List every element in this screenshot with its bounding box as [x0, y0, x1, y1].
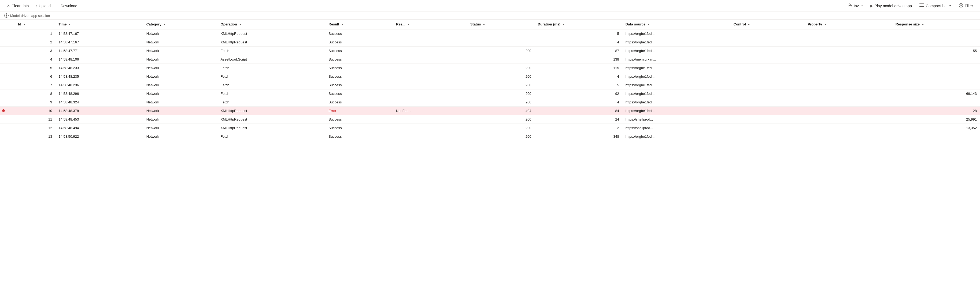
col-header-res[interactable]: Res...	[393, 19, 467, 29]
table-row[interactable]: 914:58:48.324NetworkFetchSuccess2004http…	[0, 98, 980, 106]
cell-control	[730, 124, 805, 132]
toolbar: ✕ Clear data ↑ Upload ↓ Download Invite …	[0, 0, 980, 12]
download-icon: ↓	[57, 4, 59, 8]
cell-operation: Fetch	[218, 72, 326, 81]
cell-control	[730, 72, 805, 81]
clear-data-button[interactable]: ✕ Clear data	[4, 2, 32, 10]
cell-control	[730, 38, 805, 47]
col-header-result[interactable]: Result	[325, 19, 393, 29]
cell-id: 8	[15, 89, 55, 98]
cell-time: 14:58:47.771	[55, 47, 143, 55]
cell-result: Success	[325, 55, 393, 64]
table-row[interactable]: 514:58:48.233NetworkFetchSuccess200115ht…	[0, 64, 980, 72]
svg-rect-3	[920, 6, 924, 7]
play-model-button[interactable]: ▶ Play model-driven app	[868, 2, 915, 10]
table-body: 114:58:47.167NetworkXMLHttpRequestSucces…	[0, 29, 980, 141]
table-row[interactable]: 814:58:48.296NetworkFetchSuccess20092htt…	[0, 89, 980, 98]
table-row[interactable]: 1314:58:50.922NetworkFetchSuccess200348h…	[0, 132, 980, 141]
table-row[interactable]: 314:58:47.771NetworkFetchSuccess20087htt…	[0, 47, 980, 55]
cell-operation: XMLHttpRequest	[218, 29, 326, 38]
cell-operation: XMLHttpRequest	[218, 38, 326, 47]
cell-status: 200	[467, 81, 535, 89]
cell-res	[393, 98, 467, 106]
table-header-row: Id Time Category Operation Result	[0, 19, 980, 29]
cell-datasource: https://orgbe1fed...	[622, 89, 730, 98]
cell-id: 2	[15, 38, 55, 47]
row-error-marker-cell	[0, 72, 15, 81]
col-control-sort-icon	[748, 24, 750, 25]
col-header-control-label: Control	[733, 22, 746, 26]
cell-datasource: https://orgbe1fed...	[622, 29, 730, 38]
table-row[interactable]: 114:58:47.167NetworkXMLHttpRequestSucces…	[0, 29, 980, 38]
cell-status: 200	[467, 89, 535, 98]
cell-res: Not Fou...	[393, 106, 467, 115]
cell-property	[804, 98, 892, 106]
cell-response: 28	[892, 106, 980, 115]
table-row[interactable]: 414:58:48.106NetworkAssetLoad.ScriptSucc…	[0, 55, 980, 64]
cell-control	[730, 132, 805, 141]
col-header-control[interactable]: Control	[730, 19, 805, 29]
filter-button[interactable]: Filter	[956, 2, 976, 10]
col-header-id-label: Id	[18, 22, 21, 26]
cell-category: Network	[143, 47, 218, 55]
cell-control	[730, 29, 805, 38]
upload-button[interactable]: ↑ Upload	[33, 2, 53, 10]
cell-category: Network	[143, 64, 218, 72]
col-header-datasource-label: Data source	[625, 22, 645, 26]
compact-list-icon	[920, 3, 924, 8]
table-row[interactable]: 1214:58:48.494NetworkXMLHttpRequestSucce…	[0, 124, 980, 132]
toolbar-left: ✕ Clear data ↑ Upload ↓ Download	[4, 2, 80, 10]
col-header-datasource[interactable]: Data source	[622, 19, 730, 29]
table-row[interactable]: 1114:58:48.453NetworkXMLHttpRequestSucce…	[0, 115, 980, 124]
row-error-marker-cell	[0, 64, 15, 72]
col-datasource-sort-icon	[648, 24, 650, 25]
cell-id: 10	[15, 106, 55, 115]
cell-res	[393, 47, 467, 55]
col-header-time[interactable]: Time	[55, 19, 143, 29]
cell-id: 11	[15, 115, 55, 124]
col-header-property[interactable]: Property	[804, 19, 892, 29]
clear-data-icon: ✕	[7, 4, 10, 8]
col-header-status[interactable]: Status	[467, 19, 535, 29]
cell-datasource: https://orgbe1fed...	[622, 38, 730, 47]
col-operation-sort-icon	[239, 24, 241, 25]
cell-res	[393, 115, 467, 124]
download-button[interactable]: ↓ Download	[54, 2, 80, 10]
cell-category: Network	[143, 81, 218, 89]
cell-duration: 84	[535, 106, 622, 115]
cell-category: Network	[143, 38, 218, 47]
invite-icon	[848, 3, 852, 8]
col-header-id[interactable]: Id	[15, 19, 55, 29]
table-row[interactable]: 714:58:48.236NetworkFetchSuccess2005http…	[0, 81, 980, 89]
invite-button[interactable]: Invite	[845, 2, 865, 10]
download-label: Download	[60, 4, 77, 8]
svg-rect-2	[920, 5, 924, 5]
cell-status	[467, 38, 535, 47]
filter-icon	[959, 3, 963, 8]
cell-response	[892, 81, 980, 89]
table-row[interactable]: 614:58:48.235NetworkFetchSuccess2004http…	[0, 72, 980, 81]
cell-category: Network	[143, 98, 218, 106]
col-header-response[interactable]: Response size	[892, 19, 980, 29]
cell-time: 14:58:48.453	[55, 115, 143, 124]
cell-result: Success	[325, 64, 393, 72]
cell-id: 7	[15, 81, 55, 89]
col-time-sort-icon	[68, 24, 71, 25]
table-row[interactable]: 1014:58:48.378NetworkXMLHttpRequestError…	[0, 106, 980, 115]
cell-property	[804, 81, 892, 89]
play-model-label: Play model-driven app	[875, 4, 912, 8]
table-row[interactable]: 214:58:47.167NetworkXMLHttpRequestSucces…	[0, 38, 980, 47]
row-error-marker-cell	[0, 106, 15, 115]
cell-res	[393, 55, 467, 64]
col-header-operation[interactable]: Operation	[218, 19, 326, 29]
cell-time: 14:58:48.236	[55, 81, 143, 89]
cell-result: Success	[325, 81, 393, 89]
cell-time: 14:58:48.233	[55, 64, 143, 72]
col-header-duration[interactable]: Duration (ms)	[535, 19, 622, 29]
col-header-category[interactable]: Category	[143, 19, 218, 29]
compact-list-button[interactable]: Compact list	[917, 2, 954, 10]
col-duration-sort-icon	[563, 24, 565, 25]
cell-id: 13	[15, 132, 55, 141]
compact-list-chevron-icon	[949, 5, 951, 6]
cell-status: 200	[467, 47, 535, 55]
